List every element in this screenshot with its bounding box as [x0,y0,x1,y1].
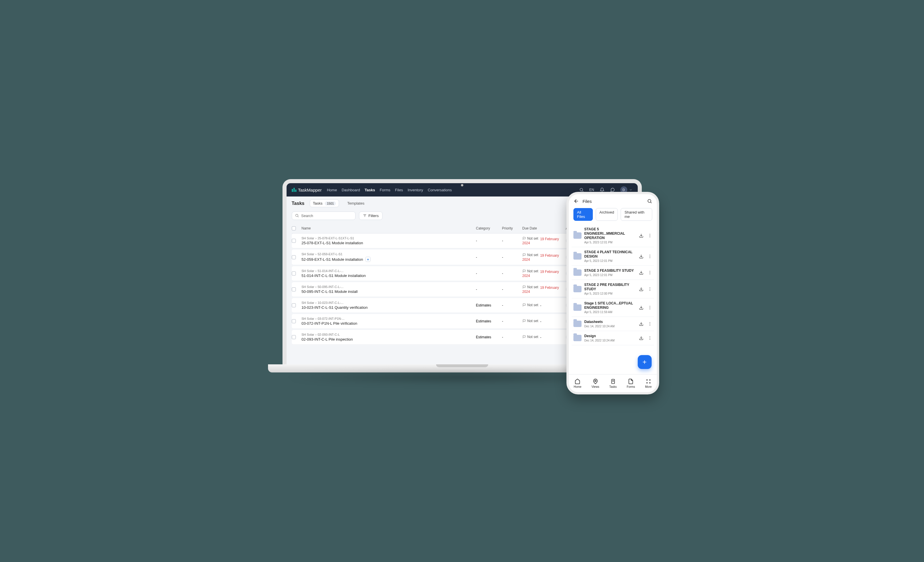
svg-point-23 [650,234,650,235]
row-checkbox[interactable] [292,319,296,323]
file-name: Design [584,334,636,338]
not-set-label: Not set [527,319,538,323]
download-button[interactable] [639,321,644,326]
file-row[interactable]: STAGE 2 PRE FEASIBILITY STUDY Apr 5, 202… [572,280,654,298]
add-fab[interactable]: + [638,355,652,369]
folder-icon [573,253,582,260]
more-options-button[interactable] [648,254,652,259]
row-checkbox[interactable] [292,335,296,339]
filters-button[interactable]: Filters [359,212,382,220]
phone-nav-more[interactable]: More [645,378,652,389]
breadcrumb[interactable]: SH Solar›25-078-EXT-L-S1XT-L-S1 [302,236,476,240]
more-options-button[interactable] [648,287,652,291]
svg-line-21 [651,202,651,203]
nav-inventory[interactable]: Inventory [408,188,423,192]
download-button[interactable] [639,305,644,310]
phone-frame: Files All FilesArchivedShared with me ST… [567,192,659,395]
column-priority[interactable]: Priority [502,226,522,230]
forms-icon [628,378,634,384]
breadcrumb[interactable]: SH Solar›51-014-INT-C-L-... [302,269,476,273]
row-checkbox[interactable] [292,239,296,243]
svg-point-33 [650,274,650,274]
priority-cell: - [502,287,522,291]
nav-home[interactable]: Home [327,188,337,192]
file-date: Apr 5, 2023 12:01 PM [584,259,636,263]
category-cell: - [476,272,502,275]
search-icon [647,199,652,204]
file-tabs: All FilesArchivedShared with me [569,208,657,224]
file-row[interactable]: Design Dec 14, 2022 10:24 AM [572,331,654,345]
nav-forms[interactable]: Forms [380,188,390,192]
breadcrumb[interactable]: SH Solar›50-095-INT-C-L-... [302,285,476,288]
file-tab-shared-with-me[interactable]: Shared with me [621,208,652,221]
row-checkbox[interactable] [292,287,296,291]
svg-line-1 [582,191,583,191]
file-list[interactable]: STAGE 5 ENGINEERI...MMERCIAL OPERATION A… [569,224,657,374]
priority-cell: - [502,255,522,259]
file-row[interactable]: STAGE 5 ENGINEERI...MMERCIAL OPERATION A… [572,224,654,247]
breadcrumb[interactable]: SH Solar›10-023-INT-C-L-... [302,301,476,305]
svg-point-57 [650,382,650,383]
brand[interactable]: TaskMapper [292,188,322,193]
download-button[interactable] [639,336,644,340]
svg-point-31 [650,271,650,272]
more-options-button[interactable] [648,336,652,340]
back-button[interactable] [573,198,579,204]
more-options-button[interactable] [648,321,652,326]
download-button[interactable] [639,287,644,291]
task-title: 52-059-EXT-L-S1 Module installation [302,257,363,262]
more-options-button[interactable] [648,305,652,310]
nav-conversations[interactable]: Conversations [428,188,452,192]
phone-nav-tasks[interactable]: Tasks [609,378,617,389]
search-icon [295,214,299,218]
breadcrumb[interactable]: SH Solar›52-059-EXT-L-S1 [302,253,476,256]
due-date: - [540,303,541,308]
more-options-button[interactable] [648,233,652,238]
more-icon [645,378,651,384]
row-checkbox[interactable] [292,303,296,307]
folder-icon [573,321,582,327]
download-button[interactable] [639,233,644,238]
file-row[interactable]: Stage 1 SITE LOCA...EPTUAL ENGINEERING A… [572,298,654,317]
add-button[interactable]: + [365,257,370,262]
tab-templates[interactable]: Templates [344,200,367,207]
row-checkbox[interactable] [292,272,296,275]
folder-icon [573,335,582,341]
phone-nav-views[interactable]: Views [591,378,599,389]
file-row[interactable]: Datasheets Dec 14, 2022 10:24 AM [572,317,654,331]
column-due[interactable]: Due Date [522,226,566,230]
phone-nav-home[interactable]: Home [574,378,582,389]
nav-tasks[interactable]: Tasks [365,188,375,192]
phone-nav-label: Home [574,385,582,389]
nav-files[interactable]: Files [395,188,403,192]
more-options-button[interactable] [648,270,652,275]
svg-point-0 [580,188,582,191]
search-input[interactable]: Search [292,212,356,220]
row-checkbox[interactable] [292,255,296,259]
language-selector[interactable]: EN [590,188,594,192]
priority-cell: - [502,239,522,243]
file-row[interactable]: STAGE 3 FEASIBILITY STUDY Apr 5, 2023 12… [572,266,654,280]
column-category[interactable]: Category [476,226,502,230]
column-name[interactable]: Name [302,226,476,230]
due-date: - [540,320,541,324]
brand-logo-icon [292,188,296,192]
breadcrumb[interactable]: SH Solar›02-093-INT-C-L [302,333,476,336]
breadcrumb[interactable]: SH Solar›03-072-INT-P1N-... [302,317,476,320]
file-date: Apr 5, 2023 12:01 PM [584,241,636,244]
phone-search-button[interactable] [647,199,652,204]
file-tab-archived[interactable]: Archived [596,208,618,221]
task-title: 25-078-EXT-L-S1 Module installation [302,241,363,245]
category-cell: - [476,255,502,259]
select-all-checkbox[interactable] [292,226,296,230]
download-button[interactable] [639,254,644,259]
phone-nav-forms[interactable]: Forms [627,378,635,389]
file-row[interactable]: STAGE 4 PLANT TECHNICAL DESIGN Apr 5, 20… [572,247,654,266]
svg-point-40 [650,307,650,308]
tab-tasks-count: 1501 [325,202,336,205]
tab-tasks[interactable]: Tasks 1501 [310,199,339,207]
nav-dashboard[interactable]: Dashboard [342,188,360,192]
download-button[interactable] [639,270,644,275]
due-cell: Not set - [522,303,566,308]
file-tab-all-files[interactable]: All Files [573,208,593,221]
